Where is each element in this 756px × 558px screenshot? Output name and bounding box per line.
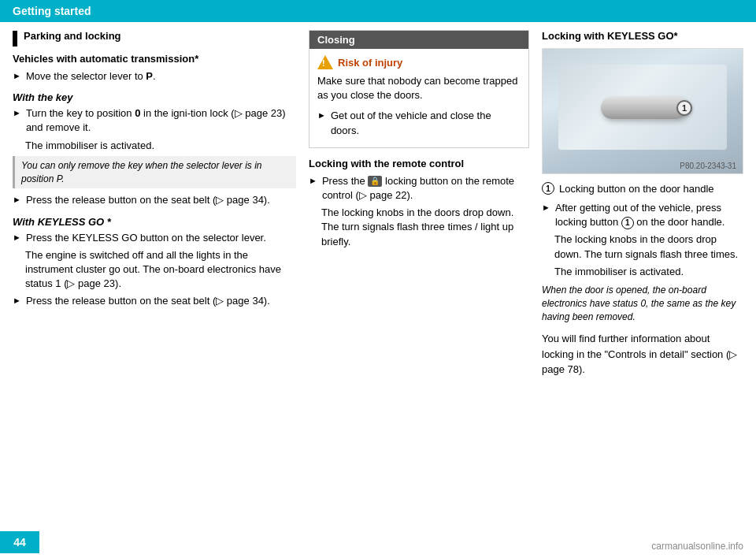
footer: 44 xyxy=(0,526,756,558)
door-button-annotation: 1 xyxy=(676,100,692,116)
indent-engine-off: The engine is switched off and all the l… xyxy=(25,248,296,292)
with-keyless-title: With KEYLESS GO * xyxy=(13,216,296,228)
section-heading: Parking and locking xyxy=(13,30,296,46)
bullet-get-out-text: Get out of the vehicle and close the doo… xyxy=(331,109,521,137)
arrow-icon-1: ► xyxy=(13,70,21,82)
arrow-icon-3: ► xyxy=(13,194,21,206)
right-column: Locking with KEYLESS GO* 1 P80.20-2343-3… xyxy=(542,30,743,519)
lock-button-icon: 🔒 xyxy=(368,176,382,187)
header-bar: Getting started xyxy=(0,0,756,22)
risk-header: Risk of injury xyxy=(317,55,521,69)
bullet-get-out: ► Get out of the vehicle and close the d… xyxy=(317,109,521,137)
image-reference: P80.20-2343-31 xyxy=(680,162,736,170)
bullet-move-selector-text: Move the selector lever to P. xyxy=(26,69,156,84)
bullet-move-selector: ► Move the selector lever to P. xyxy=(13,69,296,84)
bullet-press-keyless-text: Press the KEYLESS GO button on the selec… xyxy=(26,231,266,245)
bullet-press-keyless: ► Press the KEYLESS GO button on the sel… xyxy=(13,231,296,245)
with-key-title: With the key xyxy=(13,91,296,103)
locking-remote-title: Locking with the remote control xyxy=(309,158,529,169)
closing-box: Closing Risk of injury Make sure that no… xyxy=(309,30,529,148)
info-box-key: You can only remove the key when the sel… xyxy=(13,156,296,189)
arrow-icon-8: ► xyxy=(542,202,550,214)
left-column: Parking and locking Vehicles with automa… xyxy=(13,30,296,519)
page-number: 44 xyxy=(0,531,39,553)
bullet-press-remote: ► Press the 🔒 locking button on the remo… xyxy=(309,174,529,203)
bullet-release-seatbelt-key-text: Press the release button on the seat bel… xyxy=(26,193,270,207)
risk-text: Make sure that nobody can become trapped… xyxy=(317,74,521,102)
caption-row: 1 Locking button on the door handle xyxy=(542,182,743,195)
door-handle-area: 1 xyxy=(601,92,695,124)
caption-circle-num: 1 xyxy=(542,182,554,195)
arrow-icon-4: ► xyxy=(13,232,21,244)
section-title: Parking and locking xyxy=(24,30,121,42)
bullet-turn-key-text: Turn the key to position 0 in the igni-t… xyxy=(26,106,296,135)
arrow-icon-6: ► xyxy=(317,110,326,121)
black-bar-decoration xyxy=(13,31,17,46)
indent-immobiliser-right: The immobiliser is activated. xyxy=(554,265,743,279)
caption-text: Locking button on the door handle xyxy=(559,183,714,195)
further-info: You will find further information about … xyxy=(542,331,743,378)
car-door-image: 1 P80.20-2343-31 xyxy=(542,48,743,174)
right-section-title: Locking with KEYLESS GO* xyxy=(542,30,743,42)
handle-shape xyxy=(601,97,687,119)
indent-immobiliser: The immobiliser is activated. xyxy=(25,139,296,153)
arrow-icon-5: ► xyxy=(13,295,21,307)
closing-box-header: Closing xyxy=(309,31,528,49)
info-italic-door: When the door is opened, the on-board el… xyxy=(542,284,743,323)
risk-label: Risk of injury xyxy=(338,57,402,69)
page-container: Getting started Parking and locking Vehi… xyxy=(0,0,756,558)
info-box-key-text: You can only remove the key when the sel… xyxy=(21,160,262,184)
door-button-number: 1 xyxy=(682,103,687,113)
vehicles-title: Vehicles with automatic transmission* xyxy=(13,53,296,65)
main-content: Parking and locking Vehicles with automa… xyxy=(0,22,756,526)
bullet-release-seatbelt-key: ► Press the release button on the seat b… xyxy=(13,193,296,207)
middle-column: Closing Risk of injury Make sure that no… xyxy=(309,30,529,519)
warning-triangle-icon xyxy=(317,55,333,69)
bullet-release-seatbelt-keyless-text: Press the release button on the seat bel… xyxy=(26,294,270,308)
bullet-after-getting-out-text: After getting out of the vehicle, press … xyxy=(555,201,743,229)
locking-button-ref: 1 xyxy=(621,217,634,229)
bullet-press-remote-text: Press the 🔒 locking button on the remote… xyxy=(322,174,529,203)
indent-locking-knobs-right: The locking knobs in the doors drop down… xyxy=(554,232,743,261)
with-keyless-title-text: With KEYLESS GO * xyxy=(13,216,111,228)
indent-locking-knobs: The locking knobs in the doors drop down… xyxy=(321,206,529,249)
watermark: carmanualsonline.info xyxy=(651,541,743,552)
closing-box-body: Risk of injury Make sure that nobody can… xyxy=(309,49,528,147)
bullet-release-seatbelt-keyless: ► Press the release button on the seat b… xyxy=(13,294,296,308)
arrow-icon-2: ► xyxy=(13,107,21,119)
bullet-after-getting-out: ► After getting out of the vehicle, pres… xyxy=(542,201,743,229)
bullet-turn-key: ► Turn the key to position 0 in the igni… xyxy=(13,106,296,135)
header-title: Getting started xyxy=(13,5,91,17)
arrow-icon-7: ► xyxy=(309,175,317,187)
